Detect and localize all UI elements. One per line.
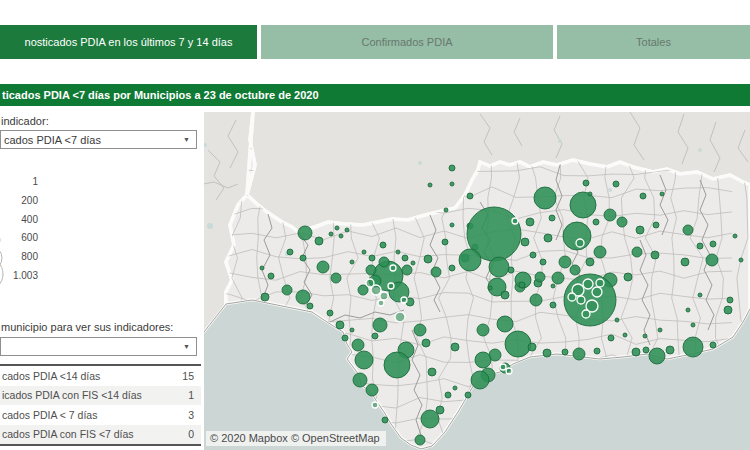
map-circle-highlight[interactable] (500, 364, 506, 370)
map-circle[interactable] (724, 306, 732, 314)
map-circle[interactable] (651, 251, 659, 259)
map-circle[interactable] (706, 254, 718, 266)
map-circle[interactable] (329, 232, 333, 236)
map-circle-highlight[interactable] (596, 279, 604, 287)
map-circle[interactable] (551, 284, 555, 288)
map-circle[interactable] (530, 294, 542, 306)
map-circle-highlight[interactable] (506, 368, 512, 374)
map-circle[interactable] (691, 323, 695, 327)
map-circle[interactable] (608, 335, 614, 341)
map-circle[interactable] (287, 249, 293, 255)
map-circle[interactable] (411, 261, 415, 265)
map-circle[interactable] (624, 273, 632, 281)
map-circle[interactable] (307, 303, 313, 309)
map-circle[interactable] (331, 273, 341, 283)
map-circle[interactable] (415, 435, 425, 445)
map-circle[interactable] (660, 192, 664, 196)
map-circle[interactable] (382, 417, 388, 423)
map-circle[interactable] (384, 352, 410, 378)
map-circle[interactable] (550, 302, 556, 308)
map-circle-highlight[interactable] (390, 265, 396, 271)
map-circle[interactable] (421, 410, 439, 428)
map-circle[interactable] (396, 250, 400, 254)
map-circle[interactable] (300, 255, 306, 261)
map-circle-highlight[interactable] (366, 279, 374, 287)
map-circle[interactable] (431, 267, 441, 277)
map-circle-highlight[interactable] (395, 312, 405, 322)
map-circle[interactable] (508, 267, 514, 273)
map-circle[interactable] (451, 343, 459, 351)
map-circle[interactable] (327, 310, 333, 316)
map-circle[interactable] (535, 272, 545, 282)
map-circle[interactable] (505, 331, 531, 357)
map-circle-highlight[interactable] (592, 287, 602, 297)
map-circle[interactable] (643, 347, 649, 353)
map-circle[interactable] (449, 265, 455, 271)
map-circle[interactable] (643, 334, 647, 338)
map-circle[interactable] (350, 328, 354, 332)
map-circle-highlight[interactable] (576, 239, 584, 247)
map-circle[interactable] (653, 222, 659, 228)
map-circle[interactable] (534, 187, 556, 209)
map-circle[interactable] (488, 286, 492, 290)
map-circle[interactable] (594, 348, 600, 354)
map-circle[interactable] (666, 346, 674, 354)
map-circle[interactable] (604, 209, 616, 221)
map-circle[interactable] (586, 258, 594, 266)
map-circle[interactable] (453, 386, 457, 390)
map-circle[interactable] (414, 324, 426, 336)
map-circle[interactable] (544, 234, 552, 242)
map-circle[interactable] (593, 219, 599, 225)
map-circle[interactable] (339, 234, 343, 238)
map-circle[interactable] (467, 193, 473, 199)
map-circle[interactable] (449, 165, 455, 171)
map-circle[interactable] (739, 258, 743, 262)
map-circle[interactable] (683, 337, 703, 357)
map-circle[interactable] (475, 352, 491, 368)
tab-confirmados-pdia[interactable]: Confirmados PDIA (261, 25, 553, 59)
map-circle[interactable] (477, 324, 489, 336)
map-circle[interactable] (588, 192, 592, 196)
map-circle-highlight[interactable] (577, 296, 585, 304)
map-circle[interactable] (501, 291, 509, 299)
map-circle[interactable] (697, 243, 703, 249)
map-circle[interactable] (317, 261, 329, 273)
map-circle-highlight[interactable] (380, 292, 388, 300)
map-circle-highlight[interactable] (582, 310, 590, 318)
map-circle[interactable] (444, 208, 448, 212)
map-circle[interactable] (698, 293, 702, 297)
map-circle[interactable] (459, 249, 481, 271)
map-circle[interactable] (526, 218, 534, 226)
map-circle[interactable] (552, 272, 564, 284)
map-circle-highlight[interactable] (401, 297, 407, 303)
map-circle[interactable] (282, 285, 292, 295)
map-circle[interactable] (617, 217, 627, 227)
map-circle[interactable] (465, 392, 471, 398)
map-circle-highlight[interactable] (512, 218, 518, 224)
map-circle[interactable] (640, 193, 646, 199)
map-circle-highlight[interactable] (568, 293, 576, 301)
map-circle[interactable] (372, 333, 378, 339)
map-circle[interactable] (613, 181, 619, 187)
map-circle[interactable] (450, 182, 454, 186)
map-circle[interactable] (362, 250, 366, 254)
map-circle[interactable] (710, 342, 716, 348)
map-circle[interactable] (683, 225, 693, 235)
municipio-dropdown[interactable]: ▼ (0, 337, 197, 356)
map-circle[interactable] (497, 316, 513, 332)
map-circle[interactable] (530, 252, 536, 258)
map-circle[interactable] (369, 255, 375, 261)
map-circle[interactable] (489, 257, 509, 277)
map-circle[interactable] (315, 237, 323, 245)
map-circle[interactable] (342, 335, 348, 341)
map-circle[interactable] (623, 333, 627, 337)
map-circle[interactable] (335, 226, 339, 230)
map-circle[interactable] (543, 349, 551, 357)
map-circle[interactable] (366, 265, 376, 275)
map-circle[interactable] (261, 293, 269, 301)
map-circle[interactable] (710, 241, 716, 247)
map-circle[interactable] (402, 265, 412, 275)
map-circle[interactable] (521, 238, 529, 246)
map-circle[interactable] (296, 290, 310, 304)
map-circle[interactable] (570, 192, 596, 218)
